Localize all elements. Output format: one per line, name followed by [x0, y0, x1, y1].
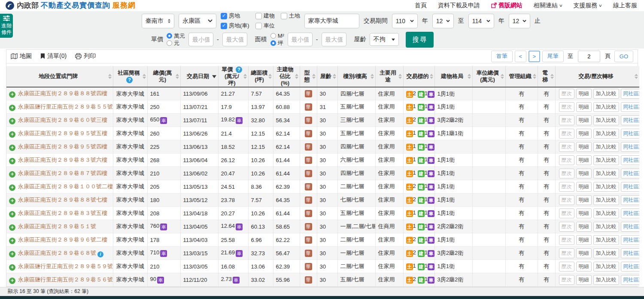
compare-button[interactable]: 加入比較 [593, 208, 619, 218]
nav-online-service[interactable]: 線上客服 [613, 2, 637, 9]
history-button[interactable]: 歷次 [559, 248, 574, 258]
expand-icon[interactable]: + [9, 158, 15, 164]
nav-download[interactable]: 資料下載及申請 [438, 2, 480, 9]
radio-m2[interactable]: M² [270, 33, 284, 39]
checkbox-box[interactable] [221, 23, 227, 29]
nav-related-links[interactable]: 相關連結∨ [534, 2, 562, 9]
info-icon[interactable]: i [97, 251, 103, 257]
detail-button[interactable]: 明細 [576, 262, 592, 272]
expand-icon[interactable]: + [9, 184, 15, 191]
radio-icon[interactable] [270, 40, 276, 46]
address-link[interactable]: 永康區正南五街２８９巷６８號 [18, 250, 96, 256]
expand-icon[interactable]: + [9, 224, 15, 231]
detail-button[interactable]: 明細 [576, 129, 592, 139]
column-header[interactable]: 建物格局 [434, 66, 472, 87]
community-cases-button[interactable]: 同社區案例 [621, 89, 640, 99]
address-link[interactable]: 永康區正南五街２８９巷９６號二樓 [18, 236, 107, 243]
checkbox-車位[interactable]: 車位 [255, 22, 275, 30]
column-header[interactable]: 單價 ?(萬元/坪) [218, 66, 248, 87]
radio-icon[interactable] [167, 33, 172, 39]
history-button[interactable]: 歷次 [559, 235, 574, 245]
expand-icon[interactable]: + [9, 211, 15, 217]
detail-button[interactable]: 明細 [576, 89, 592, 99]
help-icon[interactable]: ? [236, 66, 242, 73]
expand-icon[interactable]: + [9, 105, 15, 111]
history-button[interactable]: 歷次 [559, 262, 574, 272]
column-header[interactable]: 電梯 [538, 66, 555, 87]
address-link[interactable]: 永康區正南五街２８９巷９５號四樓 [18, 143, 107, 150]
prev-page-button[interactable]: < [515, 51, 526, 62]
area-min-input[interactable] [288, 33, 313, 46]
expand-icon[interactable]: + [9, 118, 15, 124]
column-header[interactable]: 交易標的 [403, 66, 434, 87]
compare-button[interactable]: 加入比較 [593, 115, 619, 125]
community-cases-button[interactable]: 同社區案例 [621, 195, 640, 205]
column-header[interactable]: 車位總價(萬元) [472, 66, 505, 87]
compare-button[interactable]: 加入比較 [593, 275, 619, 285]
column-header[interactable]: 屋齡 [317, 66, 337, 87]
radio-icon[interactable] [167, 40, 172, 46]
print-button[interactable]: 列印 [75, 52, 96, 60]
unit-price-min-input[interactable] [188, 33, 213, 46]
detail-button[interactable]: 明細 [576, 222, 592, 232]
community-cases-button[interactable]: 同社區案例 [621, 235, 640, 245]
detail-button[interactable]: 明細 [576, 155, 592, 165]
address-link[interactable]: 永康區鹽行里正南五街２８９巷５５號五樓 [18, 103, 113, 110]
radio-ping[interactable]: 坪 [270, 40, 284, 46]
page-number-input[interactable] [578, 51, 600, 62]
month-to-select[interactable]: 12 [509, 14, 530, 28]
next-page-button[interactable]: > [529, 51, 540, 62]
address-link[interactable]: 永康區鹽行里正南五街２８９巷５６號五樓 [18, 276, 113, 283]
nav-support[interactable]: 支援服務∨ [573, 2, 602, 9]
site-logo[interactable]: 內政部 不動產交易實價查詢 服務網 [5, 0, 136, 10]
address-link[interactable]: 永康區正南五街２８９巷８８號七樓 [18, 196, 107, 203]
first-page-button[interactable]: 首筆 [491, 51, 513, 62]
compare-button[interactable]: 加入比較 [593, 169, 619, 178]
month-from-select[interactable]: 12 [432, 14, 454, 28]
advanced-conditions-tab[interactable]: 進階條件 [0, 14, 13, 38]
expand-icon[interactable]: + [9, 238, 15, 244]
detail-button[interactable]: 明細 [576, 275, 592, 285]
detail-button[interactable]: 明細 [576, 182, 592, 192]
nav-home[interactable]: 首頁 [415, 2, 427, 9]
age-select[interactable]: 不拘 [370, 33, 399, 46]
detail-button[interactable]: 明細 [576, 208, 592, 218]
last-page-button[interactable]: 尾筆 [542, 51, 564, 62]
address-link[interactable]: 永康區正南五街２８９巷８３號五樓 [18, 210, 107, 216]
checkbox-房地(車)[interactable]: 房地(車) [221, 22, 249, 30]
history-button[interactable]: 歷次 [559, 129, 574, 139]
address-link[interactable]: 永康區正南五街２８９巷８８號四樓 [18, 90, 107, 97]
detail-button[interactable]: 明細 [576, 115, 592, 125]
detail-button[interactable]: 明細 [576, 169, 592, 178]
community-cases-button[interactable]: 同社區案例 [621, 169, 640, 178]
address-link[interactable]: 永康區正南五街２８９巷５１號 [18, 223, 96, 230]
radio-icon[interactable] [270, 33, 276, 39]
column-header[interactable]: 交易日期 [180, 66, 218, 87]
community-cases-button[interactable]: 同社區案例 [621, 129, 640, 139]
history-button[interactable]: 歷次 [559, 182, 574, 192]
detail-button[interactable]: 明細 [576, 235, 592, 245]
checkbox-box[interactable] [255, 13, 262, 19]
column-header[interactable]: 交易/歷次轉移 [555, 66, 639, 87]
detail-button[interactable]: 明細 [576, 195, 592, 205]
column-header[interactable]: 主建物佔比(%) [273, 66, 300, 87]
compare-button[interactable]: 加入比較 [593, 222, 619, 232]
expand-icon[interactable]: + [9, 198, 15, 204]
compare-button[interactable]: 加入比較 [593, 155, 619, 165]
compare-button[interactable]: 加入比較 [593, 102, 619, 112]
expand-icon[interactable]: + [9, 171, 15, 178]
compare-button[interactable]: 加入比較 [593, 195, 619, 205]
compare-button[interactable]: 加入比較 [593, 89, 619, 99]
expand-icon[interactable]: + [9, 91, 15, 98]
list-button[interactable]: 清單(0) [40, 52, 67, 60]
address-link[interactable]: 永康區正南五街２８９巷６０號三樓 [18, 117, 107, 123]
history-button[interactable]: 歷次 [559, 155, 574, 165]
address-link[interactable]: 永康區正南五街２８９巷９５號五樓 [18, 130, 107, 136]
nav-old-site[interactable]: 舊版網站 [491, 2, 522, 9]
column-header[interactable]: 管理組織 [505, 66, 538, 87]
community-cases-button[interactable]: 同社區案例 [621, 115, 640, 125]
expand-icon[interactable]: + [9, 131, 15, 138]
compare-button[interactable]: 加入比較 [593, 235, 619, 245]
history-button[interactable]: 歷次 [559, 102, 574, 112]
community-cases-button[interactable]: 同社區案例 [621, 222, 640, 232]
